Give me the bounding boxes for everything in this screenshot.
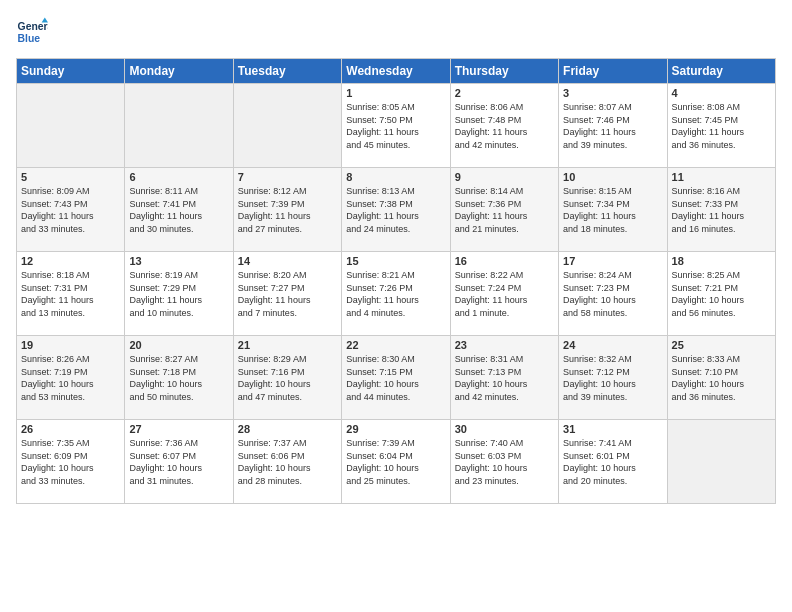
- calendar-cell: 9Sunrise: 8:14 AM Sunset: 7:36 PM Daylig…: [450, 168, 558, 252]
- weekday-header-row: SundayMondayTuesdayWednesdayThursdayFrid…: [17, 59, 776, 84]
- calendar-cell: 23Sunrise: 8:31 AM Sunset: 7:13 PM Dayli…: [450, 336, 558, 420]
- day-number: 23: [455, 339, 554, 351]
- calendar-cell: 28Sunrise: 7:37 AM Sunset: 6:06 PM Dayli…: [233, 420, 341, 504]
- day-number: 10: [563, 171, 662, 183]
- calendar-cell: 16Sunrise: 8:22 AM Sunset: 7:24 PM Dayli…: [450, 252, 558, 336]
- calendar-cell: [125, 84, 233, 168]
- weekday-header: Thursday: [450, 59, 558, 84]
- day-info: Sunrise: 8:27 AM Sunset: 7:18 PM Dayligh…: [129, 353, 228, 403]
- day-info: Sunrise: 8:20 AM Sunset: 7:27 PM Dayligh…: [238, 269, 337, 319]
- day-info: Sunrise: 8:19 AM Sunset: 7:29 PM Dayligh…: [129, 269, 228, 319]
- day-number: 13: [129, 255, 228, 267]
- calendar-cell: [667, 420, 775, 504]
- day-number: 1: [346, 87, 445, 99]
- day-info: Sunrise: 8:15 AM Sunset: 7:34 PM Dayligh…: [563, 185, 662, 235]
- calendar-cell: 20Sunrise: 8:27 AM Sunset: 7:18 PM Dayli…: [125, 336, 233, 420]
- calendar-week-row: 19Sunrise: 8:26 AM Sunset: 7:19 PM Dayli…: [17, 336, 776, 420]
- day-info: Sunrise: 8:05 AM Sunset: 7:50 PM Dayligh…: [346, 101, 445, 151]
- day-number: 20: [129, 339, 228, 351]
- day-number: 14: [238, 255, 337, 267]
- svg-text:Blue: Blue: [18, 33, 41, 44]
- calendar-cell: 29Sunrise: 7:39 AM Sunset: 6:04 PM Dayli…: [342, 420, 450, 504]
- day-number: 4: [672, 87, 771, 99]
- calendar-cell: 5Sunrise: 8:09 AM Sunset: 7:43 PM Daylig…: [17, 168, 125, 252]
- calendar-week-row: 5Sunrise: 8:09 AM Sunset: 7:43 PM Daylig…: [17, 168, 776, 252]
- day-number: 3: [563, 87, 662, 99]
- calendar-cell: 13Sunrise: 8:19 AM Sunset: 7:29 PM Dayli…: [125, 252, 233, 336]
- weekday-header: Saturday: [667, 59, 775, 84]
- day-info: Sunrise: 8:31 AM Sunset: 7:13 PM Dayligh…: [455, 353, 554, 403]
- calendar-cell: 8Sunrise: 8:13 AM Sunset: 7:38 PM Daylig…: [342, 168, 450, 252]
- day-info: Sunrise: 8:06 AM Sunset: 7:48 PM Dayligh…: [455, 101, 554, 151]
- day-info: Sunrise: 8:14 AM Sunset: 7:36 PM Dayligh…: [455, 185, 554, 235]
- calendar-cell: 11Sunrise: 8:16 AM Sunset: 7:33 PM Dayli…: [667, 168, 775, 252]
- day-number: 21: [238, 339, 337, 351]
- calendar-cell: 15Sunrise: 8:21 AM Sunset: 7:26 PM Dayli…: [342, 252, 450, 336]
- day-info: Sunrise: 8:16 AM Sunset: 7:33 PM Dayligh…: [672, 185, 771, 235]
- day-number: 11: [672, 171, 771, 183]
- day-info: Sunrise: 8:29 AM Sunset: 7:16 PM Dayligh…: [238, 353, 337, 403]
- header: General Blue: [16, 16, 776, 48]
- svg-text:General: General: [18, 21, 48, 32]
- calendar-cell: 18Sunrise: 8:25 AM Sunset: 7:21 PM Dayli…: [667, 252, 775, 336]
- day-number: 25: [672, 339, 771, 351]
- day-info: Sunrise: 8:24 AM Sunset: 7:23 PM Dayligh…: [563, 269, 662, 319]
- calendar-cell: 10Sunrise: 8:15 AM Sunset: 7:34 PM Dayli…: [559, 168, 667, 252]
- calendar-cell: 3Sunrise: 8:07 AM Sunset: 7:46 PM Daylig…: [559, 84, 667, 168]
- day-info: Sunrise: 8:22 AM Sunset: 7:24 PM Dayligh…: [455, 269, 554, 319]
- day-info: Sunrise: 8:26 AM Sunset: 7:19 PM Dayligh…: [21, 353, 120, 403]
- day-number: 12: [21, 255, 120, 267]
- day-info: Sunrise: 7:41 AM Sunset: 6:01 PM Dayligh…: [563, 437, 662, 487]
- calendar-week-row: 12Sunrise: 8:18 AM Sunset: 7:31 PM Dayli…: [17, 252, 776, 336]
- day-info: Sunrise: 8:33 AM Sunset: 7:10 PM Dayligh…: [672, 353, 771, 403]
- weekday-header: Tuesday: [233, 59, 341, 84]
- calendar-cell: 17Sunrise: 8:24 AM Sunset: 7:23 PM Dayli…: [559, 252, 667, 336]
- logo: General Blue: [16, 16, 48, 48]
- calendar-cell: 6Sunrise: 8:11 AM Sunset: 7:41 PM Daylig…: [125, 168, 233, 252]
- day-number: 2: [455, 87, 554, 99]
- calendar-week-row: 26Sunrise: 7:35 AM Sunset: 6:09 PM Dayli…: [17, 420, 776, 504]
- page: General Blue SundayMondayTuesdayWednesda…: [0, 0, 792, 612]
- day-number: 9: [455, 171, 554, 183]
- day-number: 26: [21, 423, 120, 435]
- day-info: Sunrise: 8:18 AM Sunset: 7:31 PM Dayligh…: [21, 269, 120, 319]
- day-info: Sunrise: 7:40 AM Sunset: 6:03 PM Dayligh…: [455, 437, 554, 487]
- day-number: 19: [21, 339, 120, 351]
- calendar-cell: 31Sunrise: 7:41 AM Sunset: 6:01 PM Dayli…: [559, 420, 667, 504]
- calendar-cell: [233, 84, 341, 168]
- day-info: Sunrise: 8:12 AM Sunset: 7:39 PM Dayligh…: [238, 185, 337, 235]
- calendar-cell: 26Sunrise: 7:35 AM Sunset: 6:09 PM Dayli…: [17, 420, 125, 504]
- day-number: 15: [346, 255, 445, 267]
- calendar-cell: 22Sunrise: 8:30 AM Sunset: 7:15 PM Dayli…: [342, 336, 450, 420]
- day-number: 18: [672, 255, 771, 267]
- calendar-cell: 2Sunrise: 8:06 AM Sunset: 7:48 PM Daylig…: [450, 84, 558, 168]
- weekday-header: Wednesday: [342, 59, 450, 84]
- day-info: Sunrise: 8:30 AM Sunset: 7:15 PM Dayligh…: [346, 353, 445, 403]
- day-number: 6: [129, 171, 228, 183]
- calendar-cell: 27Sunrise: 7:36 AM Sunset: 6:07 PM Dayli…: [125, 420, 233, 504]
- day-info: Sunrise: 8:32 AM Sunset: 7:12 PM Dayligh…: [563, 353, 662, 403]
- day-info: Sunrise: 8:25 AM Sunset: 7:21 PM Dayligh…: [672, 269, 771, 319]
- day-number: 24: [563, 339, 662, 351]
- calendar-cell: [17, 84, 125, 168]
- day-number: 7: [238, 171, 337, 183]
- calendar-week-row: 1Sunrise: 8:05 AM Sunset: 7:50 PM Daylig…: [17, 84, 776, 168]
- day-info: Sunrise: 8:07 AM Sunset: 7:46 PM Dayligh…: [563, 101, 662, 151]
- calendar-cell: 7Sunrise: 8:12 AM Sunset: 7:39 PM Daylig…: [233, 168, 341, 252]
- day-number: 30: [455, 423, 554, 435]
- day-info: Sunrise: 8:09 AM Sunset: 7:43 PM Dayligh…: [21, 185, 120, 235]
- calendar-cell: 24Sunrise: 8:32 AM Sunset: 7:12 PM Dayli…: [559, 336, 667, 420]
- calendar-table: SundayMondayTuesdayWednesdayThursdayFrid…: [16, 58, 776, 504]
- calendar-cell: 4Sunrise: 8:08 AM Sunset: 7:45 PM Daylig…: [667, 84, 775, 168]
- calendar-cell: 21Sunrise: 8:29 AM Sunset: 7:16 PM Dayli…: [233, 336, 341, 420]
- day-number: 31: [563, 423, 662, 435]
- day-number: 8: [346, 171, 445, 183]
- calendar-cell: 19Sunrise: 8:26 AM Sunset: 7:19 PM Dayli…: [17, 336, 125, 420]
- day-info: Sunrise: 8:08 AM Sunset: 7:45 PM Dayligh…: [672, 101, 771, 151]
- day-number: 29: [346, 423, 445, 435]
- day-number: 22: [346, 339, 445, 351]
- day-info: Sunrise: 7:35 AM Sunset: 6:09 PM Dayligh…: [21, 437, 120, 487]
- calendar-cell: 25Sunrise: 8:33 AM Sunset: 7:10 PM Dayli…: [667, 336, 775, 420]
- calendar-cell: 12Sunrise: 8:18 AM Sunset: 7:31 PM Dayli…: [17, 252, 125, 336]
- calendar-cell: 30Sunrise: 7:40 AM Sunset: 6:03 PM Dayli…: [450, 420, 558, 504]
